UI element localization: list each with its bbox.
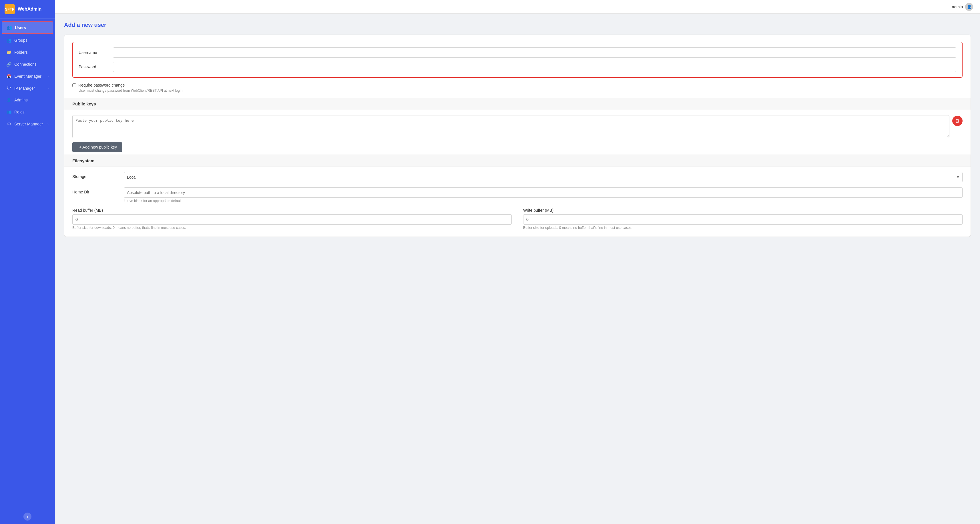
collapse-button[interactable]: ‹ [24,513,32,521]
public-key-row: 🗑 [72,115,963,138]
storage-row: Storage Local S3 GCS Azure Blob SFTP HTT… [72,172,963,182]
groups-icon: 👥 [6,38,11,43]
home-dir-hint: Leave blank for an appropriate default [124,199,963,203]
trash-icon: 🗑 [955,118,960,124]
sidebar-item-label: Roles [14,110,25,114]
public-keys-heading: Public keys [64,98,970,110]
header: admin 👤 [55,0,980,14]
sidebar-item-roles[interactable]: 👥 Roles [2,106,53,118]
read-buffer-label: Read buffer (MB) [72,208,512,213]
filesystem-section: Storage Local S3 GCS Azure Blob SFTP HTT… [72,172,963,230]
storage-label: Storage [72,172,124,179]
sidebar-item-server-manager[interactable]: ⚙ Server Manager › [2,118,53,130]
logo-icon: SFTP [5,4,15,14]
write-buffer-hint: Buffer size for uploads. 0 means no buff… [523,226,963,230]
roles-icon: 👥 [6,110,11,114]
chevron-right-icon: › [48,87,49,90]
public-keys-section: 🗑 + Add new public key [72,115,963,152]
delete-key-button[interactable]: 🗑 [952,116,963,126]
sidebar-item-label: Event Manager [14,74,41,79]
chevron-right-icon: › [48,75,49,78]
sidebar-nav: 👥 Users 👥 Groups 📁 Folders 🔗 Connections… [0,19,55,509]
add-key-label: + Add new public key [79,145,117,149]
users-icon: 👥 [7,25,12,30]
sidebar-item-label: IP Manager [14,86,35,91]
avatar: 👤 [965,3,973,11]
event-manager-icon: 📅 [6,74,11,79]
username-row: Username [79,48,956,58]
server-manager-icon: ⚙ [6,121,11,127]
home-dir-label: Home Dir [72,187,124,194]
require-password-label: Require password change [78,83,125,87]
header-username: admin [952,5,963,9]
user-icon: 👤 [967,5,972,9]
home-dir-content: Leave blank for an appropriate default [124,187,963,203]
sidebar-item-event-manager[interactable]: 📅 Event Manager › [2,71,53,82]
ip-manager-icon: 🛡 [6,86,11,91]
filesystem-heading: Filesystem [64,154,970,167]
buffer-row: Read buffer (MB) Buffer size for downloa… [72,208,963,230]
sidebar-item-groups[interactable]: 👥 Groups [2,35,53,46]
password-input[interactable] [113,62,956,72]
sidebar-item-label: Server Manager [14,122,43,126]
add-public-key-button[interactable]: + Add new public key [72,142,122,152]
write-buffer-label: Write buffer (MB) [523,208,963,213]
password-label: Password [79,65,113,69]
app-title: WebAdmin [18,6,41,12]
main-content: Add a new user Username Password Require… [55,14,980,524]
sidebar-item-label: Users [15,25,26,30]
sidebar-item-admins[interactable]: 👤 Admins [2,94,53,106]
admins-icon: 👤 [6,97,11,103]
sidebar: SFTP WebAdmin 👥 Users 👥 Groups 📁 Folders… [0,0,55,524]
storage-select[interactable]: Local S3 GCS Azure Blob SFTP HTTP [124,172,963,182]
read-buffer-item: Read buffer (MB) Buffer size for downloa… [72,208,512,230]
require-password-checkbox[interactable] [72,83,76,87]
read-buffer-hint: Buffer size for downloads. 0 means no bu… [72,226,512,230]
sidebar-item-ip-manager[interactable]: 🛡 IP Manager › [2,83,53,94]
require-password-hint: User must change password from WebClient… [79,89,963,92]
home-dir-input[interactable] [124,187,963,198]
sidebar-collapse[interactable]: ‹ [0,509,55,524]
write-buffer-input[interactable] [523,214,963,225]
sidebar-item-users[interactable]: 👥 Users [2,21,53,34]
form-card: Username Password Require password chang… [64,35,971,237]
write-buffer-item: Write buffer (MB) Buffer size for upload… [523,208,963,230]
connections-icon: 🔗 [6,62,11,67]
sidebar-logo: SFTP WebAdmin [0,0,55,19]
sidebar-item-folders[interactable]: 📁 Folders [2,46,53,58]
password-row: Password [79,62,956,72]
require-password-row: Require password change [72,83,963,87]
storage-content: Local S3 GCS Azure Blob SFTP HTTP ▼ [124,172,963,182]
sidebar-item-label: Folders [14,50,28,55]
sidebar-item-label: Admins [14,98,28,102]
sidebar-item-label: Connections [14,62,37,67]
storage-select-wrapper: Local S3 GCS Azure Blob SFTP HTTP ▼ [124,172,963,182]
read-buffer-input[interactable] [72,214,512,225]
sidebar-item-connections[interactable]: 🔗 Connections [2,59,53,70]
header-user: admin 👤 [952,3,973,11]
chevron-left-icon: ‹ [27,514,28,519]
username-label: Username [79,50,113,55]
sidebar-item-label: Groups [14,38,27,43]
username-input[interactable] [113,48,956,58]
chevron-right-icon: › [48,122,49,126]
folders-icon: 📁 [6,50,11,55]
public-key-textarea[interactable] [72,115,950,138]
page-title: Add a new user [64,22,971,28]
home-dir-row: Home Dir Leave blank for an appropriate … [72,187,963,203]
credentials-section: Username Password [72,42,963,78]
